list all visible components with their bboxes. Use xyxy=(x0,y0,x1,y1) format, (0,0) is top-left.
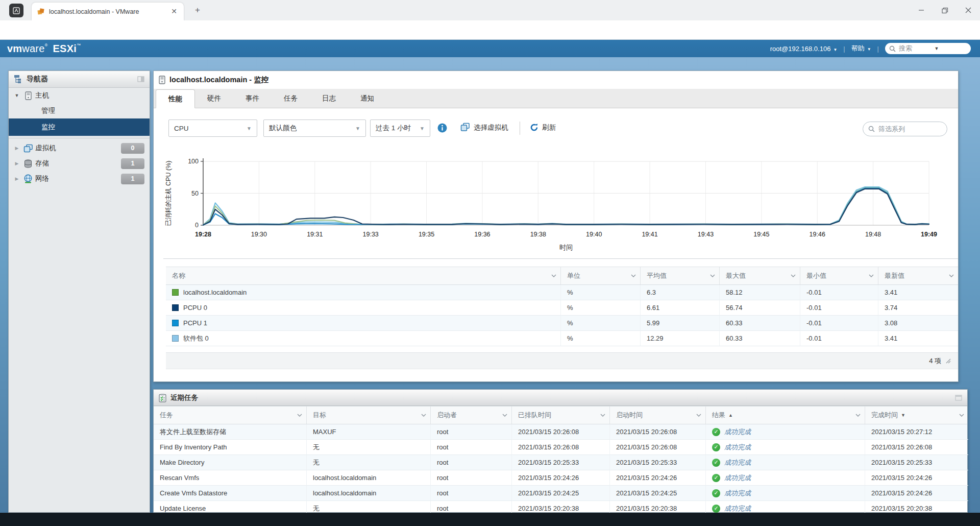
x-tick-label: 19:43 xyxy=(698,231,714,238)
table-row[interactable]: localhost.localdomain%6.358.12-0.013.41 xyxy=(166,285,958,300)
chevron-down-icon[interactable] xyxy=(297,414,302,417)
column-header-已排队时间[interactable]: 已排队时间 xyxy=(512,407,610,424)
column-header-启动者[interactable]: 启动者 xyxy=(431,407,512,424)
chevron-down-icon[interactable] xyxy=(791,274,796,277)
popout-icon[interactable] xyxy=(137,76,144,82)
global-search-input[interactable]: 搜索 ▼ xyxy=(885,43,971,54)
filter-series-input[interactable]: 筛选系列 xyxy=(863,122,947,136)
table-row[interactable]: Find By Inventory Path无root2021/03/15 20… xyxy=(154,440,967,455)
metric-select[interactable]: CPU▼ xyxy=(168,119,257,137)
refresh-button[interactable]: 刷新 xyxy=(542,123,556,132)
sidebar-item-host[interactable]: ▼ 主机 xyxy=(9,88,150,103)
column-header-最新值[interactable]: 最新值 xyxy=(878,267,958,284)
stat-cell: -0.01 xyxy=(800,331,878,346)
chevron-down-icon[interactable] xyxy=(421,414,426,417)
result-cell: ✓成功完成 xyxy=(706,470,865,486)
column-header-名称[interactable]: 名称 xyxy=(166,267,561,284)
table-row[interactable]: Rescan Vmfslocalhost.localdomainroot2021… xyxy=(154,470,967,486)
column-header-平均值[interactable]: 平均值 xyxy=(641,267,720,284)
series-line-PCPU 0 xyxy=(203,189,929,225)
caret-right-icon[interactable]: ▶ xyxy=(13,176,21,181)
success-check-icon: ✓ xyxy=(712,505,720,513)
table-row[interactable]: Create Vmfs Datastorelocalhost.localdoma… xyxy=(154,486,967,501)
chevron-down-icon[interactable] xyxy=(710,274,715,277)
chevron-down-icon: ▼ xyxy=(420,126,425,131)
chevron-down-icon[interactable] xyxy=(502,414,507,417)
chevron-down-icon: ▼ xyxy=(247,126,252,131)
chevron-down-icon[interactable] xyxy=(631,274,636,277)
target-cell: 无 xyxy=(307,455,431,470)
column-header-完成时间[interactable]: 完成时间▼ xyxy=(865,407,968,424)
user-menu[interactable]: root@192.168.0.106▼ xyxy=(770,45,838,53)
stat-cell: 3.74 xyxy=(878,300,958,316)
column-header-结果[interactable]: 结果▲ xyxy=(706,407,865,424)
caret-right-icon[interactable]: ▶ xyxy=(13,161,21,166)
sort-asc-icon: ▲ xyxy=(728,413,733,418)
x-axis-label: 时间 xyxy=(559,244,573,251)
result-cell: ✓成功完成 xyxy=(706,455,865,470)
series-swatch xyxy=(172,289,179,296)
chevron-down-icon[interactable] xyxy=(959,414,964,417)
sidebar-item-0[interactable]: ▶虚拟机0 xyxy=(9,140,150,156)
sidebar-item-2[interactable]: ▶网络1 xyxy=(9,171,150,186)
table-row[interactable]: PCPU 0%6.6156.74-0.013.74 xyxy=(166,300,958,316)
x-tick-label: 19:38 xyxy=(530,231,546,238)
table-row[interactable]: 软件包 0%12.2960.33-0.013.41 xyxy=(166,331,958,346)
caret-down-icon[interactable]: ▼ xyxy=(13,93,21,98)
table-row[interactable]: 将文件上载至数据存储MAXUFroot2021/03/15 20:26:0820… xyxy=(154,424,967,440)
sidebar-item-1[interactable]: ▶存储1 xyxy=(9,156,150,171)
window-close-button[interactable] xyxy=(957,0,980,20)
table-row[interactable]: Make Directory无root2021/03/15 20:25:3320… xyxy=(154,455,967,470)
column-header-最大值[interactable]: 最大值 xyxy=(720,267,800,284)
x-tick-label: 19:36 xyxy=(474,231,490,238)
tab-通知[interactable]: 通知 xyxy=(348,89,386,108)
maximize-panel-icon[interactable] xyxy=(955,395,962,401)
column-header-启动时间[interactable]: 启动时间 xyxy=(610,407,706,424)
navigator-title: 导航器 xyxy=(27,75,134,84)
tab-任务[interactable]: 任务 xyxy=(272,89,310,108)
tab-事件[interactable]: 事件 xyxy=(233,89,272,108)
tab-硬件[interactable]: 硬件 xyxy=(195,89,233,108)
toolbar-divider xyxy=(520,122,520,135)
window-minimize-button[interactable] xyxy=(910,0,933,20)
completed-cell: 2021/03/15 20:25:33 xyxy=(865,455,968,470)
series-swatch xyxy=(172,335,179,342)
tab-性能[interactable]: 性能 xyxy=(156,89,195,108)
sidebar-item-manage[interactable]: 管理 xyxy=(9,103,150,118)
cpu-performance-chart[interactable]: 05010019:2819:3019:3119:3319:3519:3619:3… xyxy=(163,150,958,258)
browser-url-bar: 不安全 | https://192.168.0.106/ui/#/host/mo… xyxy=(0,20,980,40)
chevron-down-icon[interactable] xyxy=(551,274,556,277)
color-select[interactable]: 默认颜色▼ xyxy=(263,119,366,137)
select-vms-button[interactable]: 选择虚拟机 xyxy=(474,123,508,132)
column-header-目标[interactable]: 目标 xyxy=(307,407,431,424)
success-check-icon: ✓ xyxy=(712,489,720,497)
sort-desc-icon: ▼ xyxy=(901,413,905,418)
chevron-down-icon[interactable] xyxy=(869,274,874,277)
chevron-down-icon[interactable] xyxy=(855,414,861,417)
window-restore-button[interactable] xyxy=(933,0,957,20)
time-range-select[interactable]: 过去 1 小时▼ xyxy=(370,119,430,137)
browser-tab[interactable]: localhost.localdomain - VMware ✕ xyxy=(32,3,184,20)
new-tab-button[interactable]: + xyxy=(193,6,202,15)
count-badge: 0 xyxy=(121,143,144,154)
caret-right-icon[interactable]: ▶ xyxy=(13,146,21,151)
stat-cell: 3.41 xyxy=(878,331,958,346)
help-menu[interactable]: 帮助▼ xyxy=(851,44,871,53)
chevron-down-icon[interactable] xyxy=(600,414,605,417)
chevron-down-icon[interactable] xyxy=(696,414,701,417)
resize-grip-icon[interactable] xyxy=(945,358,951,364)
tab-日志[interactable]: 日志 xyxy=(310,89,348,108)
table-row[interactable]: PCPU 1%5.9960.33-0.013.08 xyxy=(166,316,958,331)
column-header-最小值[interactable]: 最小值 xyxy=(800,267,878,284)
sidebar-item-monitor[interactable]: 监控 xyxy=(9,118,150,136)
column-header-单位[interactable]: 单位 xyxy=(561,267,641,284)
storage-icon xyxy=(23,159,33,168)
tab-close-icon[interactable]: ✕ xyxy=(169,7,179,16)
count-badge: 1 xyxy=(121,158,144,169)
sidebar-item-label: 虚拟机 xyxy=(35,144,56,153)
browser-app-icon[interactable] xyxy=(9,4,23,17)
column-header-任务[interactable]: 任务 xyxy=(154,407,307,424)
tab-favicon xyxy=(37,8,45,16)
chevron-down-icon[interactable] xyxy=(949,274,954,277)
info-icon[interactable] xyxy=(437,123,447,133)
